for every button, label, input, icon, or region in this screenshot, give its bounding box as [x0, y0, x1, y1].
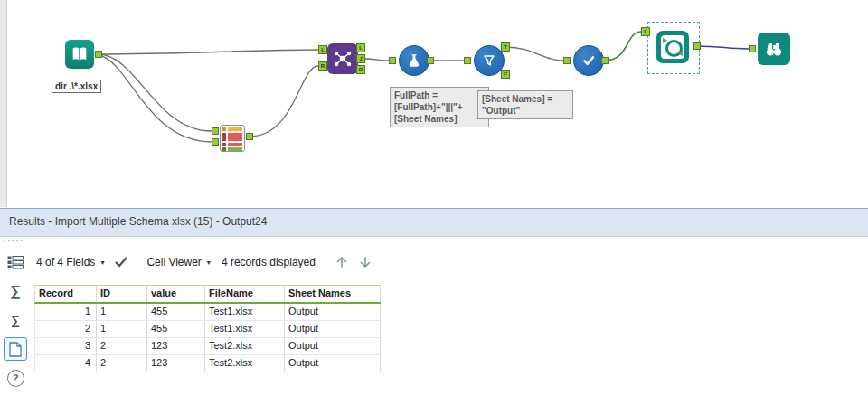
input-output-anchor[interactable] — [95, 51, 102, 58]
fields-dropdown[interactable]: 4 of 4 Fields ▾ — [36, 256, 104, 268]
filter-output-anchor-f[interactable]: F — [501, 70, 510, 79]
table-row[interactable]: 2 1 455 Test1.xlsx Output — [34, 321, 381, 338]
cell-viewer-label: Cell Viewer — [146, 256, 201, 268]
cell-value[interactable]: 455 — [147, 304, 205, 320]
join-input-anchor-l[interactable]: L — [318, 45, 327, 54]
field-list-icon — [222, 127, 242, 131]
cell-viewer-dropdown[interactable]: Cell Viewer ▾ — [146, 256, 210, 268]
cell-id[interactable]: 1 — [97, 304, 147, 320]
wire-join-to-formula[interactable] — [364, 59, 389, 61]
field-list-input-anchor-top[interactable] — [212, 127, 219, 135]
table-header-row: Record ID value FileName Sheet Names — [34, 285, 381, 304]
cell-record[interactable]: 2 — [35, 321, 97, 337]
header-value[interactable]: value — [147, 286, 205, 302]
cell-filename[interactable]: Test1.xlsx — [205, 304, 285, 320]
macro-input-anchor-l[interactable]: L — [641, 27, 650, 36]
results-table: Record ID value FileName Sheet Names 1 1… — [34, 285, 381, 372]
formula-annotation[interactable]: FullPath = [FullPath]+"|||"+ [Sheet Name… — [390, 87, 489, 127]
filter-input-anchor[interactable] — [464, 57, 471, 64]
filter-output-anchor-t[interactable]: T — [501, 42, 510, 52]
check-icon — [580, 52, 598, 70]
formula-tool[interactable] — [399, 45, 429, 76]
field-list-output-anchor[interactable] — [246, 133, 253, 140]
cell-record[interactable]: 3 — [35, 338, 97, 354]
cell-record[interactable]: 1 — [35, 304, 97, 320]
wire-macro-to-browse[interactable] — [697, 46, 749, 49]
select-input-anchor[interactable] — [563, 57, 571, 64]
scroll-down-icon[interactable] — [358, 255, 373, 269]
summary-sigma-icon[interactable]: ∑ — [4, 308, 27, 332]
join-nodes-icon — [332, 48, 354, 70]
results-rail: ····· ∑ ∑ ? — [0, 238, 31, 405]
wire-filter-to-select[interactable] — [505, 47, 563, 61]
document-icon — [9, 342, 22, 357]
input-tool-annotation[interactable]: dir .\*.xlsx — [52, 80, 101, 93]
table-row[interactable]: 3 2 123 Test2.xlsx Output — [34, 338, 381, 355]
header-id[interactable]: ID — [97, 286, 147, 302]
field-list-input-anchor-bottom[interactable] — [212, 138, 219, 146]
binoculars-icon — [763, 38, 785, 60]
cell-value[interactable]: 123 — [147, 355, 205, 372]
macro-icon — [661, 35, 684, 59]
browse-input-anchor[interactable] — [749, 45, 756, 52]
select-output-anchor[interactable] — [601, 57, 609, 64]
fields-dropdown-label: 4 of 4 Fields — [36, 256, 95, 268]
input-data-tool[interactable] — [65, 40, 94, 69]
workflow-canvas[interactable]: dir .\*.xlsx L R L J R FullPath = [FullP… — [0, 0, 868, 208]
cell-id[interactable]: 1 — [97, 321, 147, 337]
join-output-anchor-r[interactable]: R — [356, 65, 365, 74]
records-displayed-label: 4 records displayed — [222, 256, 316, 268]
table-row[interactable]: 1 1 455 Test1.xlsx Output — [34, 304, 381, 321]
table-view-icon[interactable] — [4, 250, 27, 274]
cell-value[interactable]: 455 — [147, 321, 205, 337]
results-toolbar: 4 of 4 Fields ▾ Cell Viewer ▾ 4 records … — [36, 249, 373, 276]
join-output-anchor-j[interactable]: J — [356, 54, 365, 63]
header-filename[interactable]: FileName — [205, 286, 285, 302]
funnel-icon — [480, 52, 498, 70]
macro-output-anchor[interactable] — [693, 42, 701, 50]
results-panel-title: Results - Import Multiple Schema xlsx (1… — [0, 209, 868, 237]
toolbar-separator — [137, 254, 137, 270]
cell-sheet-names[interactable]: Output — [285, 338, 381, 354]
table-row[interactable]: 4 2 123 Test2.xlsx Output — [34, 355, 381, 372]
macro-arrow-icon — [663, 38, 667, 43]
cell-sheet-names[interactable]: Output — [285, 304, 381, 320]
wire-list-to-join-r[interactable] — [250, 66, 318, 137]
cell-value[interactable]: 123 — [147, 338, 205, 354]
scroll-up-icon[interactable] — [335, 255, 349, 269]
cell-record[interactable]: 4 — [35, 355, 97, 372]
cell-viewer-panel-icon[interactable] — [4, 337, 27, 361]
cell-sheet-names[interactable]: Output — [285, 355, 381, 372]
toolbar-separator — [325, 254, 326, 270]
browse-tool[interactable] — [758, 33, 790, 65]
select-tool[interactable] — [573, 45, 604, 76]
cell-filename[interactable]: Test2.xlsx — [205, 338, 285, 354]
batch-macro-tool[interactable] — [656, 31, 689, 63]
field-list-tool[interactable] — [220, 125, 245, 152]
profile-sigma-icon[interactable]: ∑ — [4, 279, 27, 303]
rail-grip: ····· — [0, 238, 31, 245]
header-record[interactable]: Record — [35, 286, 97, 302]
chevron-down-icon: ▾ — [100, 259, 104, 267]
cell-filename[interactable]: Test2.xlsx — [205, 355, 285, 372]
header-sheet-names[interactable]: Sheet Names — [285, 286, 381, 302]
fields-check-icon[interactable] — [115, 257, 127, 268]
open-book-icon — [70, 44, 90, 64]
cell-id[interactable]: 2 — [97, 355, 147, 372]
formula-input-anchor[interactable] — [389, 57, 396, 64]
help-icon[interactable]: ? — [4, 366, 27, 390]
formula-output-anchor[interactable] — [427, 57, 434, 64]
macro-arrow-icon — [678, 51, 683, 56]
results-panel: Results - Import Multiple Schema xlsx (1… — [0, 208, 868, 405]
filter-tool[interactable] — [474, 45, 505, 76]
join-output-anchor-l[interactable]: L — [356, 43, 365, 52]
wire-input-to-join-l[interactable] — [99, 50, 318, 54]
cell-filename[interactable]: Test1.xlsx — [205, 321, 285, 337]
join-input-anchor-r[interactable]: R — [318, 61, 327, 71]
cell-id[interactable]: 2 — [97, 338, 147, 354]
flask-icon — [405, 52, 423, 70]
wire-select-to-macro[interactable] — [605, 32, 641, 61]
cell-sheet-names[interactable]: Output — [285, 321, 381, 337]
join-multiple-tool[interactable] — [327, 43, 358, 74]
filter-annotation[interactable]: [Sheet Names] = "Output" — [477, 90, 573, 119]
